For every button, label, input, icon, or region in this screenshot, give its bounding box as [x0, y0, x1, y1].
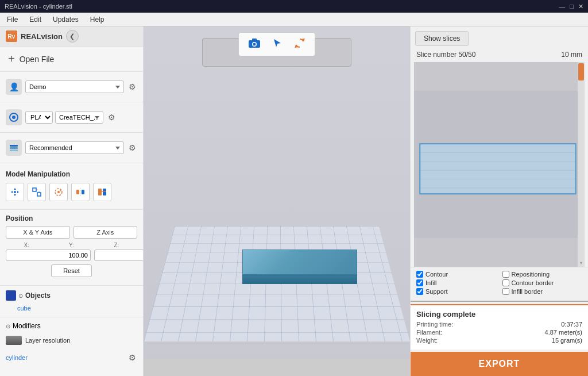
show-slices-button[interactable]: Show slices [415, 31, 469, 46]
svg-rect-23 [420, 144, 575, 194]
slicing-footer: Slicing complete Printing time: 0:37:37 … [411, 304, 588, 350]
modifier-item: Layer resolution [6, 333, 137, 347]
axis-buttons: X & Y Axis Z Axis [6, 226, 137, 239]
pointer-icon [272, 38, 283, 48]
canvas-3d-view[interactable] [144, 26, 410, 359]
material-icon [6, 109, 22, 125]
maximize-button[interactable]: □ [570, 3, 574, 10]
scale-tool-icon [32, 187, 42, 197]
export-button[interactable]: EXPORT [411, 352, 588, 376]
slice-view-button[interactable] [93, 183, 111, 201]
infill-label: Infill [425, 279, 437, 286]
close-button[interactable]: ✕ [578, 3, 583, 10]
checkbox-repositioning: Repositioning [502, 271, 583, 278]
open-file-button[interactable]: + Open File [0, 47, 143, 72]
slice-scrollbar[interactable]: ▾ [578, 62, 585, 267]
svg-rect-3 [10, 147, 18, 149]
svg-rect-4 [10, 149, 18, 151]
sidebar-header: Rv REALvision ❮ [0, 26, 143, 47]
modifiers-section: ⊙ Modifiers Layer resolution cylinder ⚙ [0, 317, 143, 370]
menu-updates[interactable]: Updates [48, 14, 83, 25]
slice-preview[interactable]: ▾ [414, 62, 585, 267]
xy-axis-button[interactable]: X & Y Axis [6, 226, 70, 239]
reset-button[interactable]: Reset [51, 264, 92, 277]
menu-help[interactable]: Help [86, 14, 109, 25]
svg-point-1 [12, 116, 16, 119]
menu-edit[interactable]: Edit [25, 14, 46, 25]
checkbox-support: Support [416, 288, 497, 295]
z-header: Z: [96, 242, 137, 248]
sidebar-collapse-button[interactable]: ❮ [66, 30, 79, 43]
contour-border-checkbox[interactable] [502, 279, 509, 286]
quality-dropdown[interactable]: Recommended [25, 141, 124, 154]
modifiers-header: ⊙ Modifiers [6, 322, 137, 330]
coord-headers: X: Y: Z: [6, 242, 137, 248]
material-spool-icon [9, 112, 19, 122]
move-tool-button[interactable] [6, 183, 24, 201]
x-input[interactable] [6, 250, 91, 261]
printing-time-value: 0:37:37 [561, 321, 582, 328]
pointer-tool-button[interactable] [268, 35, 287, 53]
filament-dropdown[interactable]: CreaTECH_... [55, 111, 103, 124]
repositioning-checkbox[interactable] [502, 271, 509, 278]
mirror-tool-button[interactable] [71, 183, 90, 201]
support-checkbox[interactable] [416, 288, 423, 295]
slice-info-row: Slice number 50/50 10 mm [411, 51, 588, 62]
svg-rect-14 [82, 190, 84, 194]
objects-color-icon [6, 290, 16, 301]
profile-gear-icon[interactable]: ⚙ [127, 81, 137, 93]
objects-expand-icon[interactable]: ⊙ [18, 293, 23, 299]
slice-mm-label: 10 mm [561, 51, 582, 59]
minimize-button[interactable]: — [559, 3, 565, 10]
rotate-tool-icon [53, 187, 64, 197]
menu-file[interactable]: File [2, 14, 22, 25]
rotate-tool-button[interactable] [49, 183, 68, 201]
modifiers-title: Modifiers [13, 322, 41, 330]
weight-label: Weight: [416, 337, 438, 344]
quality-section: Recommended ⚙ [0, 133, 143, 163]
modifier-object-link[interactable]: cylinder [6, 354, 28, 361]
contour-border-label: Contour border [512, 279, 554, 286]
object-name-label[interactable]: cube [17, 305, 31, 312]
modifiers-expand-icon[interactable]: ⊙ [6, 323, 10, 329]
y-header: Y: [51, 242, 92, 248]
slice-view-icon [97, 187, 107, 197]
filament-label: Filament: [416, 329, 442, 336]
model-manipulation-title: Model Manipulation [6, 170, 137, 178]
contour-checkbox[interactable] [416, 271, 423, 278]
objects-header: ⊙ Objects [6, 290, 137, 301]
canvas-toolbar [238, 32, 315, 56]
svg-rect-21 [252, 39, 257, 41]
refresh-tool-button[interactable] [289, 35, 310, 53]
slice-scrollbar-thumb[interactable] [578, 63, 584, 80]
checkbox-contour-border: Contour border [502, 279, 583, 286]
camera-tool-button[interactable] [243, 35, 265, 53]
support-label: Support [425, 288, 448, 295]
3d-object[interactable] [242, 250, 357, 284]
canvas-bottom-bar [144, 359, 410, 376]
contour-label: Contour [425, 271, 448, 278]
object-list-item: cube [6, 304, 137, 312]
slice-number-label: Slice number 50/50 [416, 51, 475, 59]
profile-icon: 👤 [6, 79, 22, 95]
z-axis-button[interactable]: Z Axis [74, 226, 138, 239]
profile-dropdown[interactable]: Demo [25, 80, 124, 93]
menu-bar: File Edit Updates Help [0, 13, 588, 26]
infill-border-checkbox[interactable] [502, 288, 509, 295]
infill-checkbox[interactable] [416, 279, 423, 286]
quality-gear-icon[interactable]: ⚙ [127, 142, 137, 154]
y-input[interactable] [94, 250, 144, 261]
object-front-face [242, 275, 357, 284]
material-row: PLA CreaTECH_... ⚙ [6, 109, 137, 125]
scale-tool-button[interactable] [28, 183, 46, 201]
filament-row: Filament: 4.87 meter(s) [416, 329, 582, 336]
model-manipulation-section: Model Manipulation [0, 163, 143, 210]
modifier-gear-icon[interactable]: ⚙ [127, 352, 137, 363]
pla-row: PLA CreaTECH_... [25, 111, 103, 124]
slicing-complete-label: Slicing complete [416, 310, 582, 319]
material-type-dropdown[interactable]: PLA [25, 111, 53, 124]
app-logo: Rv [6, 30, 17, 42]
right-panel: Show slices Slice number 50/50 10 mm [410, 26, 588, 376]
svg-point-11 [57, 191, 60, 193]
material-gear-icon[interactable]: ⚙ [107, 112, 117, 123]
